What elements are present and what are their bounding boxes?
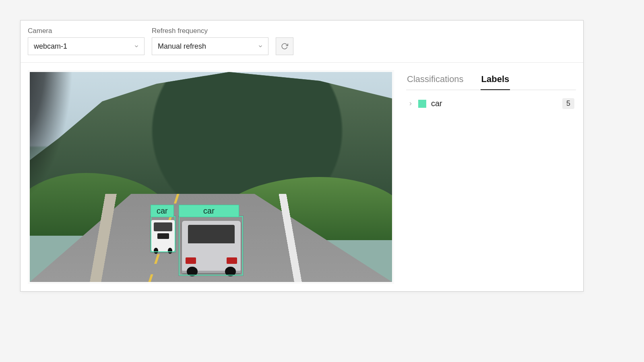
content: car car Classifications Labels car 5 <box>21 63 583 291</box>
chevron-down-icon <box>134 43 139 49</box>
camera-viewer: car car <box>28 70 394 284</box>
label-name: car <box>431 99 557 108</box>
main-panel: Camera webcam-1 Refresh frequency Manual… <box>20 20 584 292</box>
refresh-icon <box>281 43 288 50</box>
detection-label: car <box>179 205 239 217</box>
chevron-down-icon <box>258 43 263 49</box>
label-count: 5 <box>562 98 574 109</box>
refresh-button[interactable] <box>276 37 293 55</box>
detection-box[interactable]: car <box>179 216 243 276</box>
tab-labels[interactable]: Labels <box>481 72 510 90</box>
camera-label: Camera <box>28 27 144 35</box>
toolbar: Camera webcam-1 Refresh frequency Manual… <box>21 21 583 63</box>
tabs: Classifications Labels <box>406 72 576 90</box>
camera-select-value: webcam-1 <box>34 42 67 51</box>
camera-select[interactable]: webcam-1 <box>28 37 144 55</box>
tab-classifications[interactable]: Classifications <box>406 72 464 90</box>
label-row[interactable]: car 5 <box>406 90 576 117</box>
refresh-field: Refresh frequency Manual refresh <box>152 27 268 55</box>
refresh-select-value: Manual refresh <box>158 42 206 51</box>
label-swatch <box>418 100 426 108</box>
refresh-label: Refresh frequency <box>152 27 268 35</box>
camera-field: Camera webcam-1 <box>28 27 144 55</box>
detection-label: car <box>151 205 174 217</box>
chevron-right-icon[interactable] <box>408 101 413 107</box>
detection-box[interactable]: car <box>151 216 175 252</box>
side-panel: Classifications Labels car 5 <box>406 70 576 284</box>
refresh-select[interactable]: Manual refresh <box>152 37 268 55</box>
